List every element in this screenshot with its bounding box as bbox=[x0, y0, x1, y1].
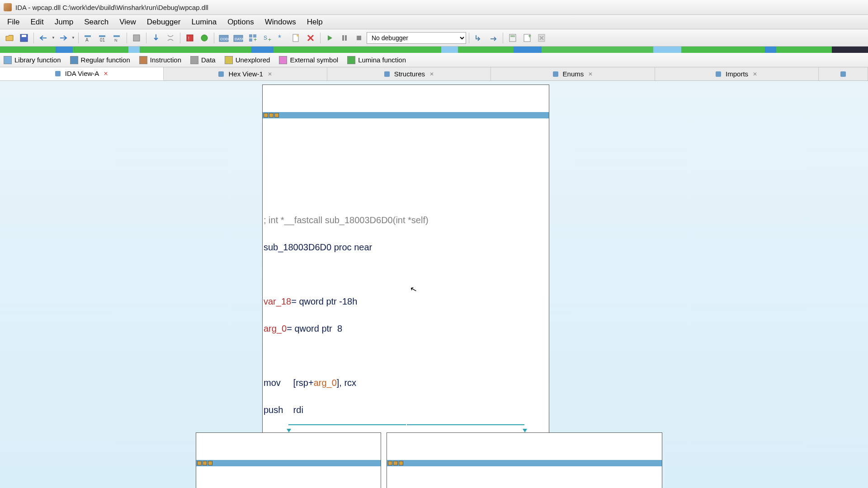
forward-dropdown[interactable]: ▼ bbox=[71, 31, 75, 45]
debug-run-button[interactable] bbox=[323, 31, 337, 45]
svg-text:01: 01 bbox=[100, 38, 105, 42]
tab-label: Enums bbox=[563, 70, 584, 78]
tab-structures[interactable]: Structures✕ bbox=[327, 67, 491, 80]
script-button[interactable] bbox=[289, 31, 303, 45]
names-button[interactable]: N bbox=[110, 31, 124, 45]
legend-unexplored-label: Unexplored bbox=[236, 56, 270, 64]
tab-label: Hex View-1 bbox=[228, 70, 263, 78]
svg-rect-1 bbox=[22, 35, 26, 37]
debug-pause-button[interactable] bbox=[338, 31, 351, 45]
svg-rect-6 bbox=[113, 35, 120, 37]
tab-icon bbox=[716, 71, 721, 77]
menu-help[interactable]: Help bbox=[302, 16, 328, 28]
calculator-button[interactable] bbox=[506, 31, 519, 45]
legend-data-label: Data bbox=[201, 56, 216, 64]
delete-button[interactable] bbox=[304, 31, 317, 45]
step-over-button[interactable] bbox=[486, 31, 500, 45]
tab-label: Imports bbox=[726, 70, 748, 78]
menu-windows[interactable]: Windows bbox=[259, 16, 302, 28]
menu-edit[interactable]: Edit bbox=[25, 16, 49, 28]
svg-rect-18 bbox=[249, 38, 252, 42]
svg-text:S: S bbox=[264, 35, 267, 41]
menu-options[interactable]: Options bbox=[222, 16, 259, 28]
legend-library-swatch bbox=[4, 56, 12, 64]
legend-instruction-label: Instruction bbox=[150, 56, 181, 64]
graph-canvas[interactable]: ; int *__fastcall sub_18003D6D0(int *sel… bbox=[0, 81, 868, 488]
tab-icon bbox=[218, 71, 224, 77]
block-titlebar[interactable] bbox=[196, 460, 381, 466]
tab-label: Structures bbox=[394, 70, 425, 78]
svg-text:N: N bbox=[114, 38, 118, 42]
notepad-button[interactable]: + bbox=[520, 31, 534, 45]
tab-ida-view[interactable]: IDA View-A✕ bbox=[0, 67, 164, 80]
svg-text:CODE: CODE bbox=[220, 37, 229, 41]
svg-point-11 bbox=[201, 35, 208, 41]
menu-file[interactable]: File bbox=[2, 16, 25, 28]
right-code-block[interactable]: loc_18003D705: ; dwMilliseconds bbox=[387, 432, 662, 488]
tab-imports[interactable]: Imports✕ bbox=[655, 67, 819, 80]
forward-button[interactable] bbox=[57, 31, 70, 45]
data-button[interactable]: DATA bbox=[231, 31, 245, 45]
text-search-button[interactable]: A bbox=[81, 31, 95, 45]
back-button[interactable] bbox=[37, 31, 50, 45]
tab-hex-view[interactable]: Hex View-1✕ bbox=[164, 67, 327, 80]
left-code-block[interactable]: xor eax, eax jmp short loc_18003D762 bbox=[196, 432, 381, 488]
tab-icon bbox=[55, 71, 61, 76]
tab-icon bbox=[553, 71, 558, 77]
legend-unexplored-swatch bbox=[225, 56, 233, 64]
main-code-block[interactable]: ; int *__fastcall sub_18003D6D0(int *sel… bbox=[262, 84, 549, 488]
struct-button[interactable]: + bbox=[246, 31, 259, 45]
close-icon[interactable]: ✕ bbox=[104, 70, 108, 77]
menu-view[interactable]: View bbox=[114, 16, 142, 28]
xref-button[interactable] bbox=[130, 31, 143, 45]
snowflake-button[interactable]: * bbox=[275, 31, 288, 45]
block-titlebar[interactable] bbox=[387, 460, 662, 466]
step-into-button[interactable] bbox=[472, 31, 486, 45]
close-icon[interactable]: ✕ bbox=[753, 71, 757, 77]
svg-rect-4 bbox=[99, 35, 105, 37]
legend-library-label: Library function bbox=[14, 56, 61, 64]
svg-rect-28 bbox=[510, 35, 515, 37]
menu-search[interactable]: Search bbox=[79, 16, 114, 28]
close-icon[interactable]: ✕ bbox=[588, 71, 593, 77]
close-icon[interactable]: ✕ bbox=[268, 71, 272, 77]
close-icon[interactable]: ✕ bbox=[429, 71, 434, 77]
tab-label: IDA View-A bbox=[65, 70, 99, 77]
legend-lumina-label: Lumina function bbox=[358, 56, 406, 64]
open-button[interactable] bbox=[3, 31, 16, 45]
binary-search-button[interactable]: 01 bbox=[96, 31, 109, 45]
run-button[interactable] bbox=[198, 31, 211, 45]
menu-debugger[interactable]: Debugger bbox=[142, 16, 186, 28]
svg-rect-2 bbox=[85, 35, 91, 37]
jump-button[interactable] bbox=[149, 31, 163, 45]
struct-var-button[interactable]: S+ bbox=[260, 31, 274, 45]
legend-external-swatch bbox=[279, 56, 287, 64]
block-titlebar[interactable] bbox=[263, 112, 549, 118]
navigation-band[interactable] bbox=[0, 47, 868, 53]
tab-icon bbox=[840, 71, 846, 77]
back-dropdown[interactable]: ▼ bbox=[51, 31, 56, 45]
close-db-button[interactable] bbox=[535, 31, 548, 45]
svg-text:+: + bbox=[268, 37, 271, 42]
debug-stop-button bbox=[352, 31, 366, 45]
svg-text:DATA: DATA bbox=[235, 37, 243, 41]
svg-rect-16 bbox=[249, 34, 252, 38]
legend-data-swatch bbox=[190, 56, 198, 64]
app-icon bbox=[4, 3, 12, 11]
breakpoint-button[interactable]: ! bbox=[183, 31, 197, 45]
svg-rect-24 bbox=[342, 35, 344, 41]
svg-rect-26 bbox=[357, 36, 361, 40]
trace-button[interactable] bbox=[164, 31, 177, 45]
code-button[interactable]: CODE bbox=[217, 31, 231, 45]
menu-lumina[interactable]: Lumina bbox=[186, 16, 222, 28]
save-button[interactable] bbox=[17, 31, 31, 45]
svg-rect-8 bbox=[133, 35, 140, 41]
tab-extra[interactable] bbox=[819, 67, 868, 80]
menu-jump[interactable]: Jump bbox=[49, 16, 79, 28]
svg-text:+: + bbox=[254, 37, 257, 42]
debugger-select[interactable]: No debugger bbox=[367, 32, 466, 44]
menu-bar: File Edit Jump Search View Debugger Lumi… bbox=[0, 15, 868, 29]
legend-regular-swatch bbox=[70, 56, 78, 64]
svg-text:+: + bbox=[528, 33, 531, 39]
tab-enums[interactable]: Enums✕ bbox=[491, 67, 655, 80]
